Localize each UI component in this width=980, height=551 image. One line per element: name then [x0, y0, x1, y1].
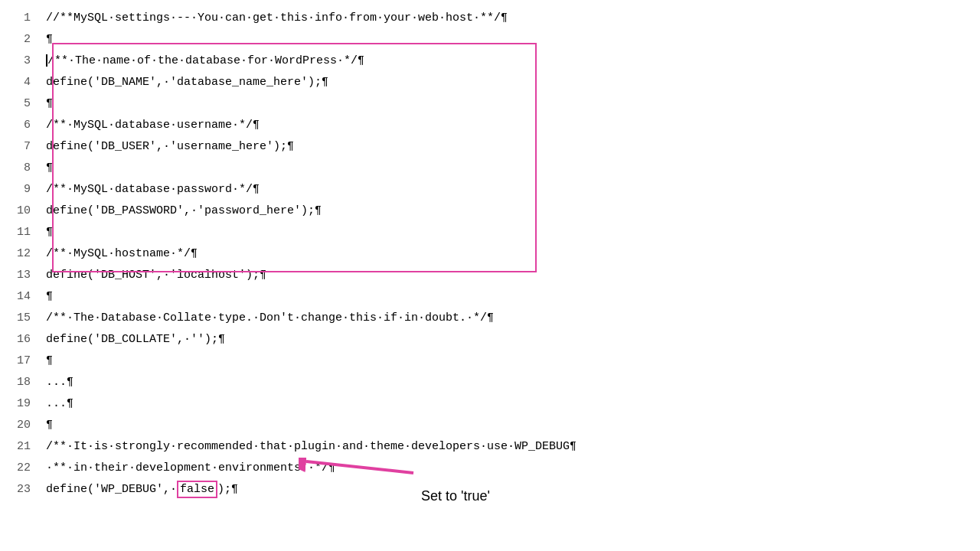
line-content: /**·The·name·of·the·database·for·WordPre… — [46, 51, 364, 72]
code-line: 4define('DB_NAME',·'database_name_here')… — [0, 72, 980, 93]
line-content: ¶ — [46, 415, 53, 436]
line-number: 19 — [0, 393, 46, 415]
line-number: 7 — [0, 136, 46, 158]
code-line: 16define('DB_COLLATE',·'');¶ — [0, 329, 980, 350]
code-line: 2¶ — [0, 29, 980, 51]
line-content: /**·MySQL·database·username·*/¶ — [46, 115, 260, 136]
code-line: 21/**·It·is·strongly·recommended·that·pl… — [0, 436, 980, 458]
line-number: 12 — [0, 243, 46, 265]
line-number: 10 — [0, 201, 46, 222]
line-number: 22 — [0, 458, 46, 479]
line-content: ¶ — [46, 93, 53, 115]
line-content: define('DB_USER',·'username_here');¶ — [46, 136, 294, 158]
code-line: 23define('WP_DEBUG',·false);¶ — [0, 479, 980, 500]
code-line: 14¶ — [0, 286, 980, 308]
code-line: 18...¶ — [0, 372, 980, 393]
line-number: 3 — [0, 51, 46, 72]
line-number: 16 — [0, 329, 46, 350]
code-line: 10define('DB_PASSWORD',·'password_here')… — [0, 201, 980, 222]
code-line: 9/**·MySQL·database·password·*/¶ — [0, 179, 980, 201]
code-line: 17¶ — [0, 350, 980, 372]
line-content: ¶ — [46, 286, 53, 308]
line-number: 1 — [0, 8, 46, 29]
code-line: 12/**·MySQL·hostname·*/¶ — [0, 243, 980, 265]
line-number: 5 — [0, 93, 46, 115]
line-content: define('DB_NAME',·'database_name_here');… — [46, 72, 328, 93]
code-line: 11¶ — [0, 222, 980, 243]
code-line: 1//**MySQL·settings·--·You·can·get·this·… — [0, 8, 980, 29]
line-content: ¶ — [46, 222, 53, 243]
false-value: false — [177, 481, 217, 498]
line-content: define('DB_PASSWORD',·'password_here');¶ — [46, 201, 322, 222]
line-content: /**·The·Database·Collate·type.·Don't·cha… — [46, 308, 494, 329]
line-content: define('DB_HOST',·'localhost');¶ — [46, 265, 266, 286]
code-line: 8¶ — [0, 158, 980, 179]
code-line: 3/**·The·name·of·the·database·for·WordPr… — [0, 51, 980, 72]
line-content: /**·MySQL·database·password·*/¶ — [46, 179, 260, 201]
code-line: 19...¶ — [0, 393, 980, 415]
line-number: 23 — [0, 479, 46, 500]
line-content: /**·MySQL·hostname·*/¶ — [46, 243, 198, 265]
line-content: ¶ — [46, 29, 53, 51]
line-number: 6 — [0, 115, 46, 136]
code-editor: 1//**MySQL·settings·--·You·can·get·this·… — [0, 0, 980, 551]
line-number: 2 — [0, 29, 46, 51]
line-number: 11 — [0, 222, 46, 243]
code-line: 7define('DB_USER',·'username_here');¶ — [0, 136, 980, 158]
line-number: 15 — [0, 308, 46, 329]
line-number: 20 — [0, 415, 46, 436]
line-content: define('WP_DEBUG',·false);¶ — [46, 479, 238, 500]
line-number: 17 — [0, 350, 46, 372]
line-content: ...¶ — [46, 372, 74, 393]
line-content: ¶ — [46, 350, 53, 372]
code-line: 20¶ — [0, 415, 980, 436]
code-line: 5¶ — [0, 93, 980, 115]
line-content: //**MySQL·settings·--·You·can·get·this·i… — [46, 8, 508, 29]
code-line: 22·**·in·their·development·environments.… — [0, 458, 980, 479]
code-line: 13define('DB_HOST',·'localhost');¶ — [0, 265, 980, 286]
line-number: 18 — [0, 372, 46, 393]
line-number: 14 — [0, 286, 46, 308]
code-line: 6/**·MySQL·database·username·*/¶ — [0, 115, 980, 136]
line-content: ·**·in·their·development·environments.·*… — [46, 458, 335, 479]
line-number: 13 — [0, 265, 46, 286]
line-content: define('DB_COLLATE',·'');¶ — [46, 329, 225, 350]
line-content: /**·It·is·strongly·recommended·that·plug… — [46, 436, 577, 458]
line-number: 21 — [0, 436, 46, 458]
line-content: ¶ — [46, 158, 53, 179]
line-number: 9 — [0, 179, 46, 201]
code-line: 15/**·The·Database·Collate·type.·Don't·c… — [0, 308, 980, 329]
line-number: 4 — [0, 72, 46, 93]
line-number: 8 — [0, 158, 46, 179]
line-content: ...¶ — [46, 393, 74, 415]
